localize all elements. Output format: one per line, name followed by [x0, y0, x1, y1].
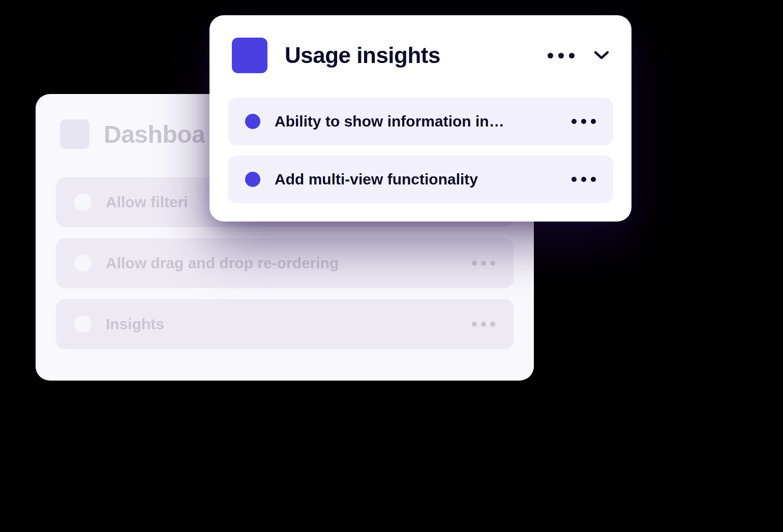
list-item-label: Ability to show information in…: [275, 113, 557, 130]
list-item[interactable]: Ability to show information in…: [228, 98, 613, 145]
list-item-label: Allow drag and drop re-ordering: [106, 255, 458, 272]
list-item[interactable]: Add multi-view functionality: [228, 155, 613, 203]
collapse-chevron-icon[interactable]: [594, 51, 609, 60]
card-header-actions: [548, 51, 609, 60]
list-item-label: Insights: [106, 316, 458, 333]
status-dot-icon: [245, 114, 260, 129]
status-dot-icon: [245, 172, 260, 187]
list-item-label: Add multi-view functionality: [275, 171, 557, 188]
background-card-title: Dashboa: [104, 120, 205, 148]
color-swatch-icon: [60, 119, 89, 149]
list-item[interactable]: Allow drag and drop re-ordering: [56, 238, 514, 288]
foreground-card-usage-insights: Usage insights Ability to show informati…: [209, 15, 631, 222]
status-dot-icon: [74, 316, 92, 333]
more-options-icon[interactable]: [472, 322, 495, 327]
color-swatch-icon[interactable]: [232, 38, 267, 73]
more-options-icon[interactable]: [548, 53, 575, 58]
more-options-icon[interactable]: [571, 119, 596, 124]
status-dot-icon: [74, 255, 92, 272]
list-item[interactable]: Insights: [56, 299, 514, 349]
more-options-icon[interactable]: [472, 261, 495, 266]
foreground-card-title: Usage insights: [285, 43, 548, 68]
foreground-card-header: Usage insights: [228, 38, 613, 73]
status-dot-icon: [74, 194, 92, 211]
more-options-icon[interactable]: [571, 177, 596, 182]
